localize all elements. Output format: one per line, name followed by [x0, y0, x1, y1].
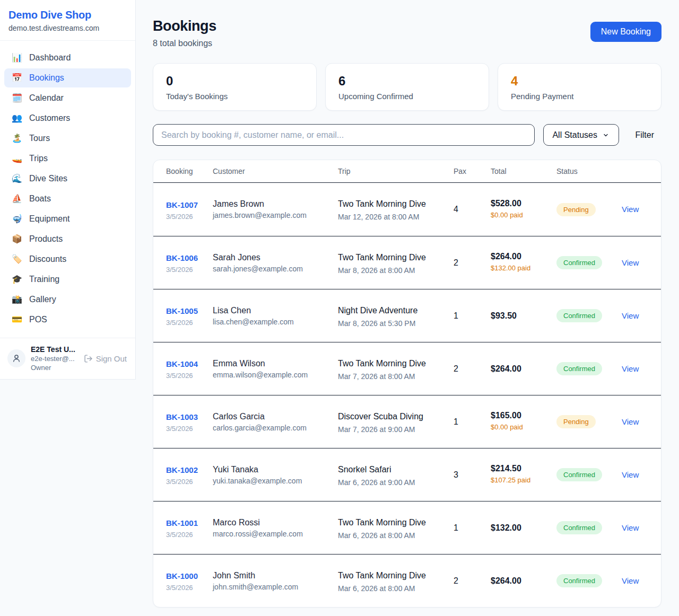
page-subtitle: 8 total bookings	[153, 39, 216, 48]
view-link[interactable]: View	[622, 364, 639, 373]
customer-email: sarah.jones@example.com	[213, 265, 333, 273]
trip-name: Two Tank Morning Dive	[338, 251, 428, 264]
sidebar-item-bookings[interactable]: 📅 Bookings	[4, 68, 131, 87]
pax-value: 2	[454, 364, 491, 374]
filter-button[interactable]: Filter	[628, 130, 661, 140]
trip-name: Two Tank Morning Dive	[338, 569, 428, 582]
customer-name: John Smith	[213, 571, 333, 580]
brand: Demo Dive Shop demo.test.divestreams.com	[0, 0, 135, 41]
sidebar-item-boats[interactable]: ⛵ Boats	[4, 189, 131, 208]
sidebar-item-label: POS	[29, 315, 47, 324]
booking-date: 3/5/2026	[166, 478, 207, 486]
speedboat-icon: 🚤	[12, 154, 22, 163]
sidebar-item-label: Training	[29, 275, 59, 284]
sidebar-item-label: Tours	[29, 134, 50, 143]
total-amount: $93.50	[491, 311, 551, 321]
sidebar-item-products[interactable]: 📦 Products	[4, 230, 131, 249]
new-booking-button[interactable]: New Booking	[590, 22, 661, 42]
booking-link[interactable]: BK-1003	[166, 411, 198, 424]
total-amount: $132.00	[491, 523, 551, 533]
status-badge: Confirmed	[556, 256, 602, 269]
credit-card-icon: 💳	[12, 315, 22, 324]
table-row: BK-1004 3/5/2026 Emma Wilson emma.wilson…	[153, 342, 661, 395]
booking-link[interactable]: BK-1000	[166, 570, 198, 583]
total-amount: $264.00	[491, 364, 551, 374]
customer-name: Sarah Jones	[213, 253, 333, 262]
stat-label: Pending Payment	[511, 92, 648, 101]
customer-email: john.smith@example.com	[213, 583, 333, 591]
view-link[interactable]: View	[622, 205, 639, 214]
brand-name: Demo Dive Shop	[8, 9, 127, 21]
view-link[interactable]: View	[622, 417, 639, 426]
booking-link[interactable]: BK-1004	[166, 358, 198, 371]
stat-value: 6	[338, 74, 476, 89]
sidebar-item-label: Boats	[29, 194, 51, 204]
search-input[interactable]	[153, 124, 535, 146]
paid-amount: $0.00 paid	[491, 210, 538, 220]
status-filter-select[interactable]: All Statuses	[543, 124, 619, 146]
sidebar-item-equipment[interactable]: 🤿 Equipment	[4, 209, 131, 228]
bookings-table: Booking Customer Trip Pax Total Status B…	[153, 160, 661, 608]
booking-date: 3/5/2026	[166, 531, 207, 539]
pax-value: 1	[454, 311, 491, 321]
column-header-customer: Customer	[213, 167, 338, 175]
stats-row: 0 Today's Bookings 6 Upcoming Confirmed …	[153, 63, 661, 111]
pax-value: 1	[454, 417, 491, 427]
stat-label: Upcoming Confirmed	[338, 92, 476, 101]
sidebar-item-tours[interactable]: 🏝️ Tours	[4, 129, 131, 148]
sidebar-item-gallery[interactable]: 📸 Gallery	[4, 290, 131, 309]
trip-datetime: Mar 8, 2026 at 8:00 AM	[338, 266, 448, 275]
chevron-down-icon	[603, 132, 609, 138]
sign-out-button[interactable]: Sign Out	[84, 354, 127, 363]
view-link[interactable]: View	[622, 258, 639, 267]
booking-link[interactable]: BK-1002	[166, 464, 198, 477]
trip-datetime: Mar 7, 2026 at 9:00 AM	[338, 425, 448, 434]
view-link[interactable]: View	[622, 470, 639, 479]
sidebar-item-label: Dive Sites	[29, 174, 67, 183]
sidebar-item-calendar[interactable]: 🗓️ Calendar	[4, 89, 131, 108]
brand-domain: demo.test.divestreams.com	[8, 24, 127, 32]
filter-row: All Statuses Filter	[153, 124, 661, 146]
stat-card-upcoming-confirmed: 6 Upcoming Confirmed	[325, 63, 489, 111]
booking-link[interactable]: BK-1005	[166, 305, 198, 318]
avatar	[7, 349, 25, 367]
sidebar-item-discounts[interactable]: 🏷️ Discounts	[4, 250, 131, 269]
sidebar-item-customers[interactable]: 👥 Customers	[4, 109, 131, 128]
trip-name: Night Dive Adventure	[338, 304, 428, 317]
table-row: BK-1006 3/5/2026 Sarah Jones sarah.jones…	[153, 236, 661, 289]
booking-link[interactable]: BK-1007	[166, 199, 198, 212]
status-badge: Pending	[556, 203, 596, 216]
sidebar-item-trips[interactable]: 🚤 Trips	[4, 149, 131, 168]
sidebar-item-training[interactable]: 🎓 Training	[4, 270, 131, 289]
sidebar-item-pos[interactable]: 💳 POS	[4, 310, 131, 329]
island-icon: 🏝️	[12, 134, 22, 143]
booking-link[interactable]: BK-1001	[166, 517, 198, 530]
sidebar-item-dashboard[interactable]: 📊 Dashboard	[4, 48, 131, 67]
customer-name: Yuki Tanaka	[213, 465, 333, 474]
paid-amount: $132.00 paid	[491, 263, 538, 273]
pax-value: 4	[454, 205, 491, 214]
user-name: E2E Test U...	[31, 345, 75, 354]
trip-name: Two Tank Morning Dive	[338, 516, 428, 529]
pax-value: 3	[454, 470, 491, 480]
sidebar-item-dive-sites[interactable]: 🌊 Dive Sites	[4, 169, 131, 188]
total-amount: $264.00	[491, 576, 551, 586]
user-role: Owner	[31, 364, 75, 372]
trip-datetime: Mar 12, 2026 at 8:00 AM	[338, 213, 448, 221]
customer-email: yuki.tanaka@example.com	[213, 477, 333, 485]
trip-name: Two Tank Morning Dive	[338, 198, 428, 210]
total-amount: $165.00	[491, 411, 551, 420]
trip-datetime: Mar 7, 2026 at 8:00 AM	[338, 372, 448, 381]
spiral-calendar-icon: 🗓️	[12, 94, 22, 102]
pax-value: 1	[454, 523, 491, 533]
booking-link[interactable]: BK-1006	[166, 252, 198, 265]
booking-date: 3/5/2026	[166, 266, 207, 274]
view-link[interactable]: View	[622, 576, 639, 585]
column-header-total: Total	[491, 167, 556, 175]
trip-name: Discover Scuba Diving	[338, 410, 428, 423]
view-link[interactable]: View	[622, 523, 639, 532]
trip-name: Snorkel Safari	[338, 463, 428, 476]
view-link[interactable]: View	[622, 311, 639, 320]
customer-name: Lisa Chen	[213, 306, 333, 315]
status-filter-value: All Statuses	[552, 130, 597, 140]
